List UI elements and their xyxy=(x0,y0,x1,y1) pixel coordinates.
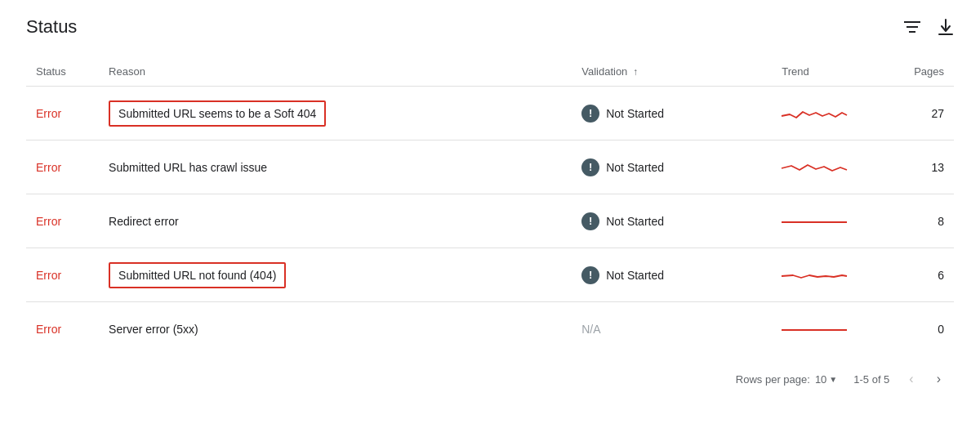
cell-reason: Server error (5xx) xyxy=(99,302,572,356)
rows-per-page-selector[interactable]: 10 ▼ xyxy=(815,373,837,386)
cell-trend xyxy=(772,302,881,356)
validation-status: ! Not Started xyxy=(581,266,762,284)
status-error-label: Error xyxy=(36,323,61,336)
status-table: Status Reason Validation ↑ Trend Pages E… xyxy=(26,57,954,355)
status-error-label: Error xyxy=(36,269,61,282)
validation-label: Not Started xyxy=(606,107,664,120)
download-icon xyxy=(938,18,954,36)
cell-reason: Submitted URL has crawl issue xyxy=(99,140,572,194)
cell-validation: ! Not Started xyxy=(572,140,772,194)
validation-status: ! Not Started xyxy=(581,212,762,230)
cell-validation: ! Not Started xyxy=(572,194,772,248)
cell-reason[interactable]: Submitted URL seems to be a Soft 404 xyxy=(99,87,572,140)
cell-validation: N/A xyxy=(572,302,772,356)
status-error-label: Error xyxy=(36,107,61,120)
chevron-down-icon: ▼ xyxy=(829,375,837,384)
cell-reason: Redirect error xyxy=(99,194,572,248)
status-error-label: Error xyxy=(36,215,61,228)
table-header-row: Status Reason Validation ↑ Trend Pages xyxy=(26,57,954,87)
validation-label: Not Started xyxy=(606,161,664,174)
col-header-reason: Reason xyxy=(99,57,572,87)
prev-page-button[interactable]: ‹ xyxy=(906,370,916,388)
table-footer: Rows per page: 10 ▼ 1-5 of 5 ‹ › xyxy=(26,355,954,388)
validation-na: N/A xyxy=(581,323,600,336)
download-button[interactable] xyxy=(938,18,954,36)
cell-status: Error xyxy=(26,87,99,140)
col-header-status: Status xyxy=(26,57,99,87)
reason-boxed[interactable]: Submitted URL not found (404) xyxy=(109,262,286,288)
col-header-pages: Pages xyxy=(881,57,954,87)
header-actions xyxy=(903,18,954,36)
col-header-validation[interactable]: Validation ↑ xyxy=(572,57,772,87)
cell-status: Error xyxy=(26,194,99,248)
validation-icon: ! xyxy=(581,266,599,284)
table-row: ErrorRedirect error ! Not Started 8 xyxy=(26,194,954,248)
cell-trend xyxy=(772,248,881,302)
cell-validation: ! Not Started xyxy=(572,248,772,302)
sort-arrow-icon: ↑ xyxy=(633,66,638,78)
page-range: 1-5 of 5 xyxy=(853,373,889,386)
validation-icon: ! xyxy=(581,105,599,123)
rows-per-page-label: Rows per page: xyxy=(736,373,810,386)
validation-status: ! Not Started xyxy=(581,105,762,123)
cell-pages: 27 xyxy=(881,87,954,140)
validation-label: Not Started xyxy=(606,269,664,282)
validation-icon: ! xyxy=(581,158,599,176)
cell-pages: 0 xyxy=(881,302,954,356)
rows-per-page-value: 10 xyxy=(815,373,826,386)
cell-status: Error xyxy=(26,302,99,356)
table-row: ErrorSubmitted URL has crawl issue ! Not… xyxy=(26,140,954,194)
reason-boxed[interactable]: Submitted URL seems to be a Soft 404 xyxy=(109,100,326,127)
cell-trend xyxy=(772,87,881,140)
page-header: Status xyxy=(26,16,954,38)
cell-status: Error xyxy=(26,140,99,194)
table-row: ErrorSubmitted URL not found (404) ! Not… xyxy=(26,248,954,302)
validation-icon: ! xyxy=(581,212,599,230)
filter-button[interactable] xyxy=(903,20,921,34)
filter-icon xyxy=(903,20,921,34)
cell-status: Error xyxy=(26,248,99,302)
cell-pages: 6 xyxy=(881,248,954,302)
status-error-label: Error xyxy=(36,161,61,174)
cell-pages: 8 xyxy=(881,194,954,248)
validation-status: ! Not Started xyxy=(581,158,762,176)
cell-reason[interactable]: Submitted URL not found (404) xyxy=(99,248,572,302)
next-page-button[interactable]: › xyxy=(933,370,944,388)
cell-trend xyxy=(772,194,881,248)
table-row: ErrorServer error (5xx)N/A 0 xyxy=(26,302,954,356)
validation-label: Not Started xyxy=(606,215,664,228)
cell-trend xyxy=(772,140,881,194)
table-row: ErrorSubmitted URL seems to be a Soft 40… xyxy=(26,87,954,140)
col-header-trend: Trend xyxy=(772,57,881,87)
page-title: Status xyxy=(26,16,77,38)
rows-per-page-control: Rows per page: 10 ▼ xyxy=(736,373,837,386)
cell-validation: ! Not Started xyxy=(572,87,772,140)
cell-pages: 13 xyxy=(881,140,954,194)
